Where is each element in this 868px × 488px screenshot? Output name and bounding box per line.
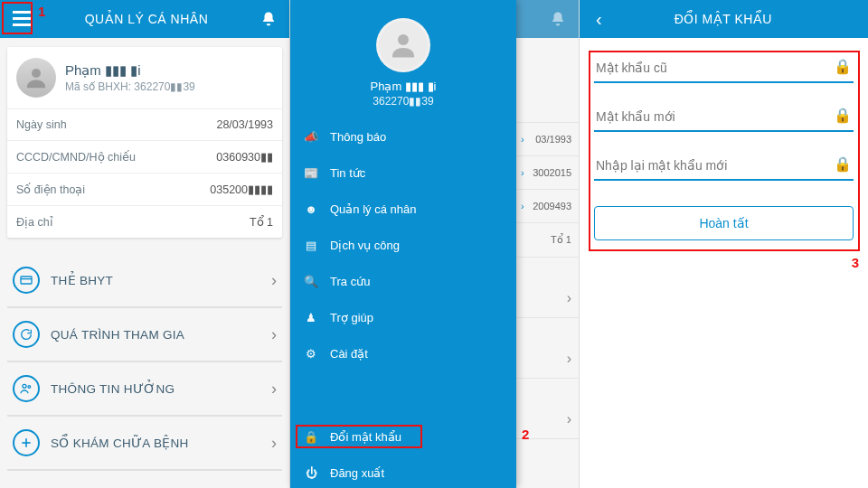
menu-quatrinh[interactable]: QUÁ TRÌNH THAM GIA › — [7, 308, 282, 362]
svg-point-10 — [398, 34, 409, 45]
nav-thongbao[interactable]: 📣Thông báo — [290, 118, 516, 155]
callout-1: 1 — [38, 4, 45, 19]
row-addr: Địa chỉTổ 1 — [7, 205, 282, 238]
chevron-right-icon: › — [271, 434, 277, 453]
main-menu: THẺ BHYT › QUÁ TRÌNH THAM GIA › THÔNG TI… — [7, 254, 282, 471]
people-icon — [13, 375, 40, 402]
power-icon: ⏻ — [303, 465, 319, 481]
row-dob: Ngày sinh28/03/1993 — [7, 108, 282, 140]
row-id: CCCD/CMND/Hộ chiếu0360930▮▮ — [7, 140, 282, 173]
chevron-right-icon: › — [271, 325, 277, 344]
megaphone-icon: 📣 — [303, 128, 319, 145]
svg-point-6 — [23, 384, 26, 388]
back-button[interactable]: ‹ — [589, 5, 609, 33]
header: ‹ ĐỔI MẬT KHẨU — [580, 0, 868, 38]
drawer-code: 362270▮▮39 — [290, 95, 516, 108]
svg-point-3 — [32, 69, 41, 78]
help-icon: ♟ — [303, 309, 319, 325]
nav-trogiup[interactable]: ♟Trợ giúp — [290, 299, 516, 335]
nav-tintuc[interactable]: 📰Tin tức — [290, 155, 516, 191]
nav-dangxuat[interactable]: ⏻Đăng xuất — [290, 455, 516, 488]
row-phone: Số điện thoại035200▮▮▮▮ — [7, 173, 282, 205]
page-title: ĐỔI MẬT KHẨU — [609, 12, 837, 26]
bell-icon[interactable] — [546, 7, 570, 31]
bell-icon[interactable] — [257, 7, 280, 31]
avatar — [376, 18, 430, 72]
nav-drawer: Phạm ▮▮▮ ▮i 362270▮▮39 📣Thông báo 📰Tin t… — [290, 0, 516, 488]
search-icon: 🔍 — [303, 273, 319, 289]
chevron-right-icon: › — [271, 271, 277, 290]
page-title: QUẢN LÝ CÁ NHÂN — [36, 12, 257, 26]
svg-rect-4 — [21, 277, 32, 284]
menu-bhyt[interactable]: THẺ BHYT › — [7, 254, 282, 308]
screen-drawer: ›03/1993 ›3002015 ›2009493 Tổ 1 › › › Ph… — [289, 0, 579, 488]
background-peek: ›03/1993 ›3002015 ›2009493 Tổ 1 › › › — [514, 38, 579, 488]
screen-change-password: ‹ ĐỔI MẬT KHẨU 🔒 🔒 🔒 Hoàn tất 3 — [579, 0, 868, 488]
menu-thongtin[interactable]: THÔNG TIN HƯỞNG › — [7, 362, 282, 417]
callout-2: 2 — [522, 427, 529, 442]
user-name: Phạm ▮▮▮ ▮i — [65, 62, 195, 79]
service-icon: ▤ — [303, 237, 319, 253]
gear-icon: ⚙ — [303, 345, 319, 361]
nav-tracuu[interactable]: 🔍Tra cứu — [290, 263, 516, 299]
callout-3: 3 — [852, 255, 859, 270]
svg-point-7 — [28, 386, 31, 389]
news-icon: 📰 — [303, 164, 319, 181]
nav-caidat[interactable]: ⚙Cài đặt — [290, 335, 516, 371]
chevron-right-icon: › — [271, 380, 277, 399]
screen-profile: QUẢN LÝ CÁ NHÂN 1 Phạm ▮▮▮ ▮i Mã số BHXH… — [0, 0, 289, 488]
menu-sokham[interactable]: SỔ KHÁM CHỮA BỆNH › — [7, 417, 282, 471]
nav-dichvu[interactable]: ▤Dịch vụ công — [290, 227, 516, 263]
nav-canhan[interactable]: ☻Quản lý cá nhân — [290, 191, 516, 227]
person-icon: ☻ — [303, 201, 319, 217]
drawer-name: Phạm ▮▮▮ ▮i — [290, 80, 516, 93]
avatar — [16, 58, 56, 98]
plus-icon — [13, 429, 40, 456]
card-icon — [13, 267, 40, 294]
user-card: Phạm ▮▮▮ ▮i Mã số BHXH: 362270▮▮39 Ngày … — [7, 47, 282, 238]
refresh-icon — [13, 321, 40, 348]
